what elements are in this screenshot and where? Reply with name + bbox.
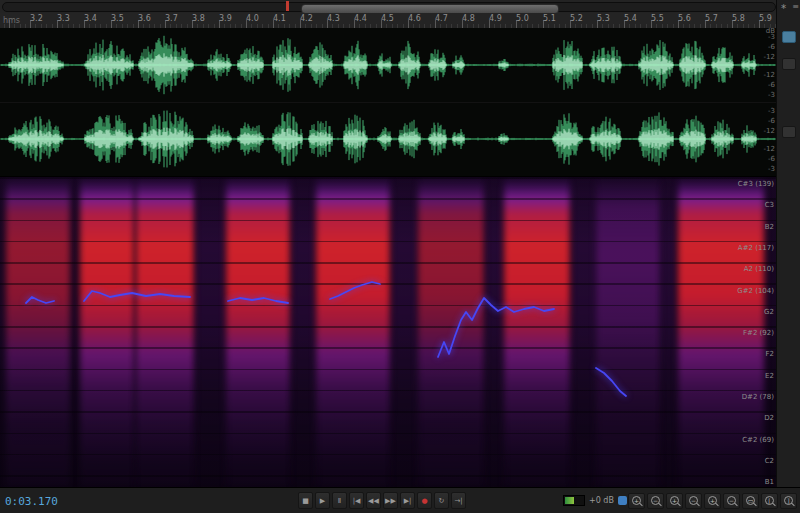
status-bar: 0:03.170 ■▶Ⅱ|◀◀◀▶▶▶|●↻→| +0 dB +−+−+−▭[] — [0, 487, 800, 513]
timeline-tick-label: 3.8 — [192, 14, 205, 23]
timeline-tick-label: 5.4 — [624, 14, 637, 23]
selection-indicator-button[interactable] — [782, 31, 796, 43]
move-previous-button[interactable]: |◀ — [349, 492, 364, 509]
magnifier-icon: − — [727, 496, 736, 505]
level-meter[interactable]: +0 dB — [563, 495, 627, 506]
pitch-curve[interactable] — [26, 297, 54, 303]
zoom-out-vertical-button[interactable]: − — [723, 493, 740, 509]
timeline-tick-label: 5.0 — [516, 14, 529, 23]
channel-1-button[interactable] — [782, 58, 796, 70]
meter-bar — [563, 495, 585, 506]
magnifier-icon: ▭ — [746, 496, 755, 505]
timeline-tick-label: 4.4 — [354, 14, 367, 23]
zoom-in-button[interactable]: + — [628, 493, 645, 509]
top-scroll-zone — [0, 0, 777, 14]
magnifier-icon: + — [708, 496, 717, 505]
pitch-label: F#2 (92) — [743, 330, 774, 337]
magnifier-icon: − — [651, 496, 660, 505]
magnifier-icon: + — [670, 496, 679, 505]
timeline-tick-label: 5.7 — [705, 14, 718, 23]
timeline-tick-label: 5.6 — [678, 14, 691, 23]
timeline-tick-label: 4.7 — [435, 14, 448, 23]
transport-bar: ■▶Ⅱ|◀◀◀▶▶▶|●↻→| — [298, 492, 466, 509]
pitch-label: C2 — [765, 458, 774, 465]
timeline-tick-label: 4.0 — [246, 14, 259, 23]
timeline-tick-label: 3.7 — [165, 14, 178, 23]
timeline-tick-label: 5.9 — [759, 14, 772, 23]
timeline-tick-label: 3.3 — [57, 14, 70, 23]
meter-label: +0 dB — [589, 496, 614, 505]
stop-button[interactable]: ■ — [298, 492, 313, 509]
pitch-label: B2 — [765, 224, 774, 231]
zoom-to-in-point-button[interactable]: [ — [761, 493, 778, 509]
zoom-to-selection-button[interactable]: ▭ — [742, 493, 759, 509]
move-next-button[interactable]: ▶| — [400, 492, 415, 509]
channel-2-button[interactable] — [782, 126, 796, 138]
snapping-icon[interactable]: ∗ — [779, 2, 788, 11]
time-display[interactable]: 0:03.170 — [5, 495, 58, 508]
timeline-tick-label: 4.5 — [381, 14, 394, 23]
timeline-ruler[interactable]: hms 3.23.33.43.53.63.73.83.94.04.14.24.3… — [0, 13, 777, 29]
pitch-curve[interactable] — [438, 298, 554, 357]
spectral-pitch-panel[interactable]: C#3 (139)C3B2A#2 (117)A2 (110)G#2 (104)G… — [0, 177, 777, 487]
zoom-in-horizontal-button[interactable]: + — [666, 493, 683, 509]
play-button[interactable]: ▶ — [315, 492, 330, 509]
timeline-tick-label: 3.6 — [138, 14, 151, 23]
magnifier-icon: − — [689, 496, 698, 505]
pitch-label: D2 — [764, 415, 774, 422]
zoom-in-vertical-button[interactable]: + — [704, 493, 721, 509]
skip-selection-button[interactable]: →| — [451, 492, 466, 509]
pitch-curve[interactable] — [596, 368, 626, 396]
rewind-button[interactable]: ◀◀ — [366, 492, 381, 509]
pitch-label: C3 — [765, 202, 774, 209]
right-panel-strip: ∗≡ — [776, 0, 800, 487]
timeline-tick-label: 3.4 — [84, 14, 97, 23]
pause-button[interactable]: Ⅱ — [332, 492, 347, 509]
magnifier-icon: + — [632, 496, 641, 505]
meter-options-icon[interactable] — [618, 496, 627, 505]
magnifier-icon: [ — [765, 496, 774, 505]
panel-menu-icon[interactable]: ≡ — [791, 2, 800, 11]
magnifier-icon: ] — [784, 496, 793, 505]
zoom-out-button[interactable]: − — [647, 493, 664, 509]
timeline-tick-label: 4.9 — [489, 14, 502, 23]
pitch-label: C#2 (69) — [742, 437, 774, 444]
timeline-tick-label: 5.5 — [651, 14, 664, 23]
loop-button[interactable]: ↻ — [434, 492, 449, 509]
timeline-tick-label: 3.2 — [30, 14, 43, 23]
waveform-panel[interactable]: dB-3-6-12-12-6-3-3-6-12-12-6-3 — [0, 28, 777, 177]
pitch-label: B1 — [765, 479, 774, 486]
timeline-tick-label: 5.1 — [543, 14, 556, 23]
horizontal-scrollbar-track[interactable] — [2, 2, 776, 12]
pitch-curves-layer — [0, 177, 777, 487]
pitch-curve[interactable] — [228, 298, 288, 303]
zoom-toolbar: +−+−+−▭[] — [628, 493, 797, 509]
playhead-marker[interactable] — [286, 1, 289, 11]
pitch-label: G2 — [764, 309, 774, 316]
panel-icon-row: ∗≡ — [779, 2, 800, 11]
timeline-tick-label: 5.2 — [570, 14, 583, 23]
timeline-tick-label: 4.2 — [300, 14, 313, 23]
timeline-tick-label: 5.8 — [732, 14, 745, 23]
timeline-tick-label: 4.8 — [462, 14, 475, 23]
pitch-label: D#2 (78) — [742, 394, 774, 401]
zoom-out-horizontal-button[interactable]: − — [685, 493, 702, 509]
pitch-label: C#3 (139) — [738, 181, 774, 188]
pitch-label: G#2 (104) — [737, 288, 774, 295]
audio-editor-window: hms 3.23.33.43.53.63.73.83.94.04.14.24.3… — [0, 0, 800, 513]
pitch-label: E2 — [765, 373, 774, 380]
meter-fill — [565, 497, 574, 504]
pitch-label: A2 (110) — [744, 266, 774, 273]
timeline-tick-label: 5.3 — [597, 14, 610, 23]
pitch-label: A#2 (117) — [738, 245, 774, 252]
timeline-tick-label: 4.1 — [273, 14, 286, 23]
pitch-label: F2 — [766, 351, 774, 358]
pitch-curve[interactable] — [330, 282, 380, 299]
timeline-tick-label: 4.6 — [408, 14, 421, 23]
timeline-tick-label: 4.3 — [327, 14, 340, 23]
record-button[interactable]: ● — [417, 492, 432, 509]
pitch-curve[interactable] — [84, 291, 190, 301]
timeline-tick-label: 3.5 — [111, 14, 124, 23]
zoom-to-out-point-button[interactable]: ] — [780, 493, 797, 509]
fast-forward-button[interactable]: ▶▶ — [383, 492, 398, 509]
